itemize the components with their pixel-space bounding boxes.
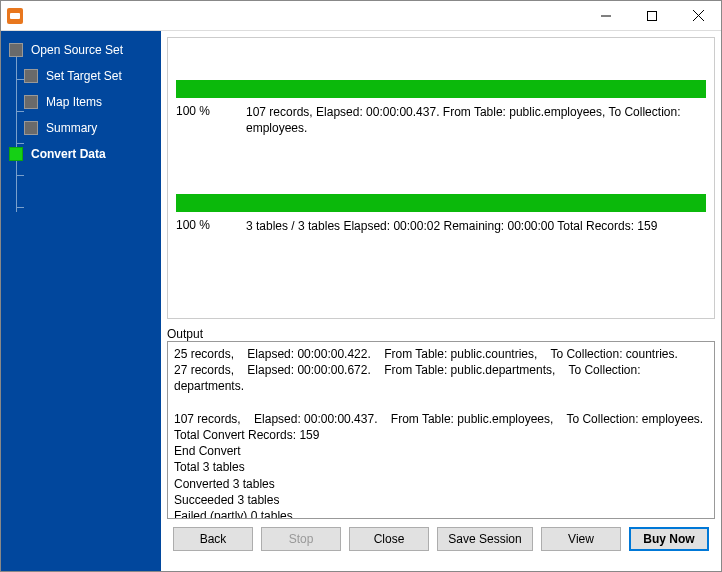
- output-log[interactable]: 25 records, Elapsed: 00:00:00.422. From …: [167, 341, 715, 519]
- nav-summary[interactable]: Summary: [24, 121, 155, 135]
- step-box-icon: [24, 121, 38, 135]
- nav-label: Map Items: [46, 95, 102, 109]
- nav-map-items[interactable]: Map Items: [24, 95, 155, 109]
- output-label: Output: [167, 327, 715, 341]
- wizard-sidebar: Open Source Set Set Target Set Map Items…: [1, 31, 161, 571]
- item-progress-bar: [176, 80, 706, 98]
- step-box-icon: [24, 95, 38, 109]
- item-progress-row: 100 % 107 records, Elapsed: 00:00:00.437…: [176, 104, 706, 136]
- overall-progress-details: 3 tables / 3 tables Elapsed: 00:00:02 Re…: [246, 218, 706, 234]
- step-box-icon: [24, 69, 38, 83]
- stop-button[interactable]: Stop: [261, 527, 341, 551]
- overall-progress-bar: [176, 194, 706, 212]
- close-window-button[interactable]: [675, 1, 721, 30]
- minimize-button[interactable]: [583, 1, 629, 30]
- button-bar: Back Stop Close Save Session View Buy No…: [167, 519, 715, 559]
- svg-rect-1: [648, 11, 657, 20]
- close-button[interactable]: Close: [349, 527, 429, 551]
- step-box-icon: [9, 147, 23, 161]
- nav-tick: [16, 207, 24, 208]
- nav-label: Summary: [46, 121, 97, 135]
- view-button[interactable]: View: [541, 527, 621, 551]
- nav-label: Convert Data: [31, 147, 106, 161]
- nav-tick: [16, 175, 24, 176]
- item-progress-percent: 100 %: [176, 104, 246, 136]
- overall-progress-row: 100 % 3 tables / 3 tables Elapsed: 00:00…: [176, 218, 706, 234]
- nav-tick: [16, 79, 24, 80]
- buy-now-button[interactable]: Buy Now: [629, 527, 709, 551]
- back-button[interactable]: Back: [173, 527, 253, 551]
- progress-section: 100 % 107 records, Elapsed: 00:00:00.437…: [167, 37, 715, 319]
- item-progress-details: 107 records, Elapsed: 00:00:00.437. From…: [246, 104, 706, 136]
- nav-open-source-set[interactable]: Open Source Set: [9, 43, 155, 57]
- app-icon: [7, 8, 23, 24]
- nav-convert-data[interactable]: Convert Data: [9, 147, 155, 161]
- save-session-button[interactable]: Save Session: [437, 527, 533, 551]
- step-box-icon: [9, 43, 23, 57]
- nav-connector-line: [16, 57, 17, 212]
- nav-label: Open Source Set: [31, 43, 123, 57]
- nav-set-target-set[interactable]: Set Target Set: [24, 69, 155, 83]
- nav-label: Set Target Set: [46, 69, 122, 83]
- nav-tick: [16, 111, 24, 112]
- overall-progress-percent: 100 %: [176, 218, 246, 234]
- main-panel: 100 % 107 records, Elapsed: 00:00:00.437…: [161, 31, 721, 571]
- window-controls: [583, 1, 721, 30]
- nav-tick: [16, 143, 24, 144]
- titlebar: [1, 1, 721, 31]
- maximize-button[interactable]: [629, 1, 675, 30]
